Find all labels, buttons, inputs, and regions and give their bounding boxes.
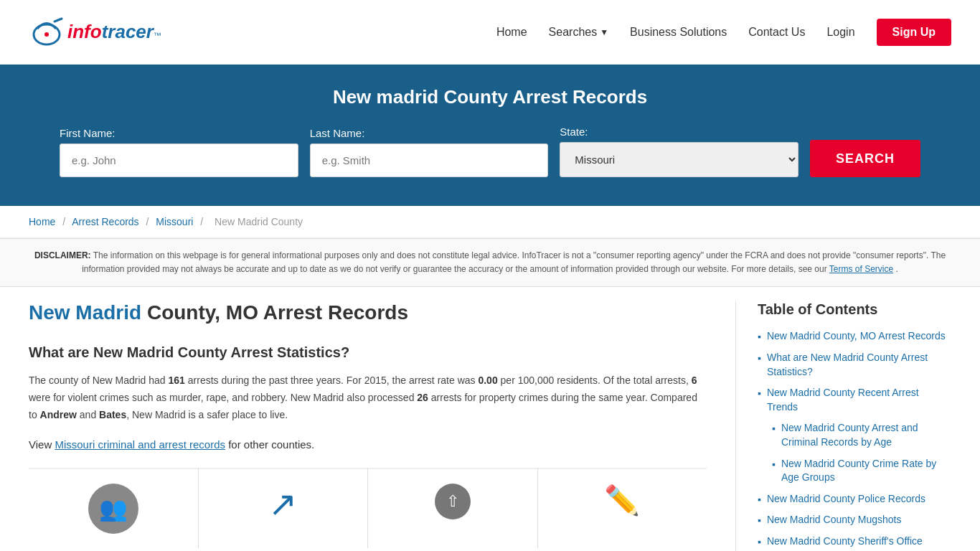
search-button[interactable]: SEARCH [810,140,920,177]
state-label: State: [560,126,588,138]
logo-info: info [67,21,102,43]
signup-button[interactable]: Sign Up [877,19,951,46]
nav-searches-label[interactable]: Searches [549,26,598,39]
missouri-records-link[interactable]: Missouri criminal and arrest records [55,438,225,451]
last-name-label: Last Name: [310,127,365,139]
terms-of-service-link[interactable]: Terms of Service [829,264,893,274]
toc-link[interactable]: New Madrid County Crime Rate by Age Grou… [781,457,951,485]
nav-contact-us[interactable]: Contact Us [748,26,805,39]
breadcrumb-county: New Madrid County [215,216,303,227]
table-of-contents: Table of Contents New Madrid County, MO … [736,301,951,551]
first-name-group: First Name: [60,127,298,177]
breadcrumb-sep-3: / [200,216,203,227]
breadcrumb-sep-1: / [62,216,65,227]
icon-box-3: ⇧ [368,468,537,548]
main-nav: Home Searches ▼ Business Solutions Conta… [496,19,951,46]
last-name-group: Last Name: [310,127,549,177]
icon-box-1: 👥 [29,468,198,548]
view-records-line: View Missouri criminal and arrest record… [29,438,707,451]
logo[interactable]: info tracer ™ [29,14,161,50]
article-title-rest: County, MO Arrest Records [141,301,408,324]
icon-box-2: ↗ [199,468,368,548]
svg-point-2 [44,32,49,37]
article-body: The county of New Madrid had 161 arrests… [29,372,707,423]
article-title-highlight: New Madrid [29,301,141,324]
first-name-label: First Name: [60,127,116,139]
breadcrumb-missouri[interactable]: Missouri [156,216,193,227]
logo-tracer: tracer [102,21,154,43]
hero-title: New madrid County Arrest Records [29,86,951,108]
icon-box-4: ✏️ [538,468,707,548]
disclaimer-label: DISCLAIMER: [34,250,91,260]
toc-link[interactable]: New Madrid County Arrest and Criminal Re… [781,421,951,449]
hero-section: New madrid County Arrest Records First N… [0,65,980,206]
nav-business-solutions[interactable]: Business Solutions [630,26,727,39]
toc-link[interactable]: New Madrid County Mugshots [767,513,902,527]
nav-searches[interactable]: Searches ▼ [549,26,608,39]
breadcrumb-sep-2: / [146,216,149,227]
chevron-down-icon: ▼ [600,27,608,37]
article: New Madrid County, MO Arrest Records Wha… [29,301,736,551]
section-title: What are New Madrid County Arrest Statis… [29,344,707,361]
toc-title: Table of Contents [758,301,951,318]
view-line-end: for other counties. [225,438,314,451]
disclaimer-text: The information on this webpage is for g… [82,250,946,274]
site-header: info tracer ™ Home Searches ▼ Business S… [0,0,980,65]
scroll-top-button[interactable]: ⇧ [435,484,471,519]
disclaimer-period: . [896,264,898,274]
logo-trademark: ™ [154,31,161,39]
toc-link[interactable]: New Madrid County Recent Arrest Trends [767,386,951,414]
search-form: First Name: Last Name: State: Missouri A… [60,126,920,177]
stats-icons-row: 👥 ↗ ⇧ ✏️ [29,468,707,548]
breadcrumb-home[interactable]: Home [29,216,55,227]
breadcrumb: Home / Arrest Records / Missouri / New M… [0,206,980,238]
toc-link[interactable]: What are New Madrid County Arrest Statis… [767,351,951,379]
nav-home[interactable]: Home [496,26,527,39]
svg-line-1 [55,19,62,22]
trend-up-icon: ↗ [268,484,297,524]
people-icon: 👥 [88,484,138,534]
main-content: New Madrid County, MO Arrest Records Wha… [0,301,980,551]
toc-link[interactable]: New Madrid County, MO Arrest Records [767,329,946,344]
article-title: New Madrid County, MO Arrest Records [29,301,707,324]
nav-login[interactable]: Login [826,26,854,39]
state-select[interactable]: Missouri Alabama Alaska Arizona Arkansas… [560,142,798,177]
toc-link[interactable]: New Madrid County Police Records [767,492,925,507]
last-name-input[interactable] [310,143,549,177]
state-group: State: Missouri Alabama Alaska Arizona A… [560,126,798,177]
toc-list: New Madrid County, MO Arrest RecordsWhat… [758,329,951,551]
breadcrumb-arrest-records[interactable]: Arrest Records [72,216,138,227]
first-name-input[interactable] [60,143,298,177]
pencil-icon: ✏️ [604,484,640,517]
disclaimer-bar: DISCLAIMER: The information on this webp… [0,238,980,287]
toc-link[interactable]: New Madrid County Sheriff's Office [767,534,923,549]
view-line-text: View [29,438,55,451]
